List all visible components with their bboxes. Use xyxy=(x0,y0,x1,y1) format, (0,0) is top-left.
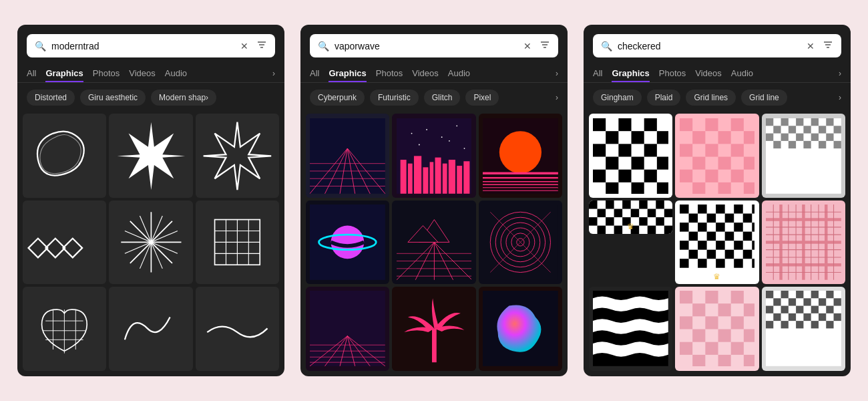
grid-item-p2i3[interactable] xyxy=(479,114,562,197)
svg-point-48 xyxy=(419,144,420,145)
svg-rect-219 xyxy=(680,241,689,250)
search-icon-3: 🔍 xyxy=(601,41,612,51)
svg-rect-289 xyxy=(789,313,796,321)
svg-rect-255 xyxy=(705,291,718,303)
tag-pixel[interactable]: Pixel xyxy=(465,90,499,106)
filter-icon-3[interactable] xyxy=(823,39,833,52)
grid-item-p1i5[interactable] xyxy=(109,200,192,284)
svg-rect-150 xyxy=(718,156,730,169)
tab-arrow-3[interactable]: › xyxy=(839,69,841,78)
grid-item-p1i7[interactable] xyxy=(23,287,106,370)
clear-icon-3[interactable]: ✕ xyxy=(807,41,815,51)
grid-item-p3i4[interactable]: ♛ xyxy=(589,200,672,234)
grid-item-p3i9[interactable] xyxy=(762,287,845,370)
svg-point-47 xyxy=(456,125,457,126)
svg-rect-159 xyxy=(766,118,773,126)
grid-item-p2i4[interactable] xyxy=(306,200,389,284)
tab-all-1[interactable]: All xyxy=(27,64,36,82)
svg-rect-291 xyxy=(819,313,826,321)
svg-rect-262 xyxy=(730,317,743,329)
svg-rect-277 xyxy=(826,291,833,298)
tab-audio-2[interactable]: Audio xyxy=(448,64,470,82)
grid-item-p1i9[interactable] xyxy=(196,287,279,370)
grid-item-p2i8[interactable] xyxy=(392,287,475,370)
svg-rect-122 xyxy=(619,118,632,131)
grid-item-p2i1[interactable] xyxy=(306,114,389,197)
tag-arrow-3[interactable]: › xyxy=(839,93,841,102)
grid-item-p1i6[interactable] xyxy=(196,200,279,284)
svg-rect-226 xyxy=(724,250,734,259)
search-input-1[interactable] xyxy=(51,41,235,51)
tag-plaid[interactable]: Plaid xyxy=(647,90,681,106)
filter-icon-2[interactable] xyxy=(539,39,550,52)
tag-arrow-2[interactable]: › xyxy=(556,93,558,102)
tab-graphics-3[interactable]: Graphics xyxy=(612,64,649,82)
grid-item-p3i6[interactable] xyxy=(762,200,845,284)
grid-item-p2i7[interactable] xyxy=(306,287,389,370)
grid-item-p3i3[interactable] xyxy=(762,114,845,197)
svg-rect-148 xyxy=(730,144,743,156)
tag-giru[interactable]: Giru aesthetic xyxy=(80,90,146,106)
svg-rect-258 xyxy=(718,304,730,317)
grid-item-p3i7[interactable] xyxy=(589,287,672,370)
svg-rect-199 xyxy=(664,225,673,234)
svg-rect-168 xyxy=(833,126,841,133)
svg-rect-202 xyxy=(698,205,707,214)
tab-videos-1[interactable]: Videos xyxy=(129,64,156,82)
tag-gridlines[interactable]: Grid lines xyxy=(686,90,736,106)
tab-all-2[interactable]: All xyxy=(310,64,319,82)
tab-all-3[interactable]: All xyxy=(593,64,602,82)
grid-item-p3i1[interactable] xyxy=(589,114,672,197)
grid-item-p1i1[interactable] xyxy=(23,114,106,197)
grid-item-p3i2[interactable] xyxy=(675,114,758,197)
search-input-2[interactable] xyxy=(335,41,518,51)
grid-item-p2i2[interactable] xyxy=(392,114,475,197)
svg-rect-208 xyxy=(724,214,734,223)
search-bar-3: 🔍 ✕ xyxy=(593,34,841,57)
tag-modern[interactable]: Modern shap› xyxy=(151,90,216,106)
svg-rect-140 xyxy=(680,118,692,131)
filter-icon-1[interactable] xyxy=(256,39,267,52)
tabs-2: All Graphics Photos Videos Audio › xyxy=(300,64,568,83)
tab-videos-3[interactable]: Videos xyxy=(695,64,722,82)
grid-item-p1i2[interactable] xyxy=(109,114,192,197)
clear-icon-1[interactable]: ✕ xyxy=(240,41,248,51)
svg-rect-265 xyxy=(743,329,754,342)
svg-point-50 xyxy=(463,148,465,149)
clear-icon-2[interactable]: ✕ xyxy=(523,41,531,51)
tab-graphics-2[interactable]: Graphics xyxy=(329,64,366,82)
svg-rect-115 xyxy=(432,329,437,363)
grid-item-p1i3[interactable] xyxy=(196,114,279,197)
tag-gingham[interactable]: Gingham xyxy=(593,90,642,106)
tag-gridline[interactable]: Grid line xyxy=(741,90,787,106)
svg-rect-152 xyxy=(680,169,692,182)
tab-audio-3[interactable]: Audio xyxy=(731,64,753,82)
svg-rect-126 xyxy=(657,131,668,144)
grid-item-p1i8[interactable] xyxy=(109,287,192,370)
svg-rect-231 xyxy=(734,259,743,268)
tab-photos-2[interactable]: Photos xyxy=(376,64,403,82)
grid-item-p3i8[interactable] xyxy=(675,287,758,370)
tab-photos-1[interactable]: Photos xyxy=(93,64,120,82)
svg-rect-259 xyxy=(743,304,754,317)
tab-arrow-1[interactable]: › xyxy=(272,69,275,78)
grid-item-p1i4[interactable] xyxy=(23,200,106,284)
svg-rect-185 xyxy=(598,209,606,217)
grid-item-p2i5[interactable] xyxy=(392,200,475,284)
tab-videos-2[interactable]: Videos xyxy=(412,64,439,82)
grid-item-p2i6[interactable] xyxy=(479,200,562,284)
svg-rect-281 xyxy=(819,299,826,306)
svg-rect-218 xyxy=(742,232,752,241)
tab-photos-3[interactable]: Photos xyxy=(659,64,686,82)
tag-distorted[interactable]: Distorted xyxy=(27,90,75,106)
tag-futuristic[interactable]: Futuristic xyxy=(370,90,419,106)
tag-glitch[interactable]: Glitch xyxy=(424,90,461,106)
tab-audio-1[interactable]: Audio xyxy=(165,64,187,82)
grid-item-p3i5[interactable]: ♛ xyxy=(675,200,758,284)
tab-graphics-1[interactable]: Graphics xyxy=(45,64,83,82)
tag-cyberpunk[interactable]: Cyberpunk xyxy=(310,90,365,106)
search-input-3[interactable] xyxy=(618,41,801,51)
svg-rect-209 xyxy=(742,214,752,223)
tab-arrow-2[interactable]: › xyxy=(556,69,558,78)
grid-item-p2i9[interactable] xyxy=(479,287,562,370)
